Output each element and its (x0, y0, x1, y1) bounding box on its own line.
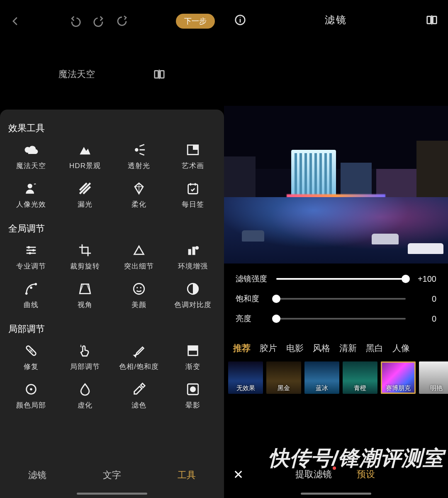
slider-track[interactable] (276, 318, 406, 320)
preset-link[interactable]: 预设 (357, 468, 375, 481)
thumb-label: 青橙 (343, 384, 377, 392)
preview-image (224, 106, 448, 264)
undo-icon[interactable] (69, 15, 82, 27)
local-tool-1[interactable]: 局部调节 (58, 340, 112, 376)
global-tool-3[interactable]: 环境增强 (166, 240, 220, 276)
compare-icon[interactable] (153, 68, 166, 81)
drop-icon (78, 382, 92, 396)
svg-point-14 (25, 293, 28, 295)
global-tool-0[interactable]: 专业调节 (4, 240, 58, 276)
local-tool-4[interactable]: 颜色局部 (4, 379, 58, 415)
effect-tool-3[interactable]: 艺术画 (166, 139, 220, 176)
crop-icon (78, 243, 92, 257)
effect-tool-0[interactable]: 魔法天空 (4, 139, 58, 176)
global-tool-6[interactable]: 美颜 (112, 278, 166, 315)
rays-icon (132, 143, 146, 157)
city-icon (186, 243, 200, 257)
slider-value: 0 (413, 314, 436, 324)
curve-icon (24, 282, 38, 296)
next-button[interactable]: 下一步 (176, 14, 215, 29)
sliders-icon (24, 243, 38, 257)
local-tool-7[interactable]: 晕影 (166, 379, 220, 415)
category-tab-推荐[interactable]: 推荐 (232, 341, 251, 356)
local-tool-5[interactable]: 虚化 (58, 379, 112, 415)
preview-area: 魔法天空 (0, 39, 224, 109)
effect-tool-5[interactable]: 漏光 (58, 178, 112, 214)
slider-label: 饱和度 (236, 293, 269, 304)
effect-tool-1[interactable]: HDR景观 (58, 139, 112, 176)
compare-icon[interactable] (426, 14, 438, 26)
effect-tool-2[interactable]: 透射光 (112, 139, 166, 176)
tool-label: 颜色局部 (16, 400, 46, 410)
svg-point-15 (30, 286, 32, 289)
local-tool-0[interactable]: 修复 (4, 340, 58, 376)
info-icon[interactable] (234, 14, 246, 26)
effect-tool-7[interactable]: 每日签 (166, 178, 220, 214)
vignette-icon (186, 382, 200, 396)
svg-point-8 (28, 246, 30, 249)
local-tool-3[interactable]: 渐变 (166, 340, 220, 376)
svg-rect-5 (193, 145, 198, 150)
reset-icon[interactable] (116, 15, 128, 27)
category-tab-黑白[interactable]: 黑白 (365, 341, 384, 356)
home-indicator (77, 493, 147, 495)
global-tool-4[interactable]: 曲线 (4, 278, 58, 315)
tool-label: 渐变 (185, 362, 200, 371)
global-tool-1[interactable]: 裁剪旋转 (58, 240, 112, 276)
extract-filter-link[interactable]: 提取滤镜 (295, 468, 332, 481)
right-phone: 滤镜 滤镜强度+100饱和度0亮度0 推荐胶片电影风格清新黑白人像 无效果黑金蓝… (224, 0, 448, 498)
global-tool-7[interactable]: 色调对比度 (166, 278, 220, 315)
slider-thumb-icon[interactable] (272, 315, 280, 323)
filter-thumbnails: 无效果黑金蓝冰青橙赛博朋克明艳 (224, 361, 448, 396)
global-tool-2[interactable]: 突出细节 (112, 240, 166, 276)
tool-label: 虚化 (78, 400, 93, 410)
mountain-icon (78, 143, 92, 157)
category-tab-风格[interactable]: 风格 (312, 341, 331, 356)
svg-rect-11 (188, 249, 191, 255)
slider-track[interactable] (276, 278, 406, 280)
effect-tool-4[interactable]: 人像光效 (4, 178, 58, 214)
global-tool-5[interactable]: 视角 (58, 278, 112, 315)
tool-label: 滤色 (131, 400, 146, 410)
svg-point-19 (140, 287, 141, 288)
category-tab-电影[interactable]: 电影 (285, 341, 304, 356)
category-tab-胶片[interactable]: 胶片 (259, 341, 278, 356)
filter-thumb-明艳[interactable]: 明艳 (419, 361, 448, 394)
effect-tool-6[interactable]: 柔化 (112, 178, 166, 214)
svg-point-27 (190, 386, 196, 392)
filter-thumb-青橙[interactable]: 青橙 (343, 361, 377, 394)
close-icon[interactable]: ✕ (233, 467, 243, 482)
filter-thumb-蓝冰[interactable]: 蓝冰 (304, 361, 339, 394)
filter-thumb-赛博朋克[interactable]: 赛博朋克 (381, 361, 416, 394)
filter-thumb-黑金[interactable]: 黑金 (266, 361, 301, 394)
tools-panel: 效果工具 魔法天空HDR景观透射光艺术画人像光效漏光柔化每日签 全局调节 专业调… (0, 110, 224, 498)
local-tool-2[interactable]: 色相/饱和度 (112, 340, 166, 376)
slider-thumb-icon[interactable] (402, 275, 410, 283)
tri-icon (132, 243, 146, 257)
slider-1[interactable]: 饱和度0 (236, 293, 436, 304)
bottom-tab-文字[interactable]: 文字 (100, 466, 124, 484)
diamond-icon (132, 181, 146, 195)
category-tab-人像[interactable]: 人像 (392, 341, 411, 356)
svg-point-10 (29, 252, 31, 254)
back-icon[interactable] (9, 15, 22, 27)
filter-thumb-无效果[interactable]: 无效果 (228, 361, 263, 394)
notification-dot-icon (333, 466, 336, 470)
applied-effect-label: 魔法天空 (58, 68, 95, 81)
slider-value: 0 (413, 294, 436, 304)
tool-label: 色相/饱和度 (119, 362, 159, 371)
filter-categories: 推荐胶片电影风格清新黑白人像 (224, 337, 448, 361)
category-tab-清新[interactable]: 清新 (338, 341, 358, 356)
bottom-tab-滤镜[interactable]: 滤镜 (25, 466, 50, 484)
slider-2[interactable]: 亮度0 (236, 313, 436, 324)
slider-thumb-icon[interactable] (272, 295, 280, 303)
tool-label: 艺术画 (182, 161, 204, 171)
thumb-label: 无效果 (228, 384, 263, 392)
local-tool-6[interactable]: 滤色 (112, 379, 166, 415)
history-icons (69, 15, 128, 27)
redo-icon[interactable] (93, 15, 105, 27)
bottom-tab-工具[interactable]: 工具 (174, 466, 199, 484)
svg-rect-23 (188, 346, 198, 351)
slider-track[interactable] (276, 298, 406, 300)
slider-0[interactable]: 滤镜强度+100 (236, 273, 436, 284)
